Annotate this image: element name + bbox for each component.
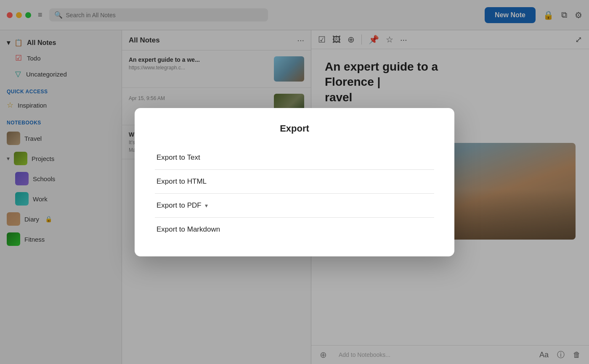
chevron-down-icon: ▾: [205, 202, 208, 209]
export-to-pdf-option[interactable]: Export to PDF ▾: [155, 194, 434, 218]
export-markdown-label: Export to Markdown: [157, 225, 220, 234]
export-text-label: Export to Text: [157, 153, 200, 162]
export-pdf-label: Export to PDF: [157, 201, 202, 210]
export-to-text-option[interactable]: Export to Text: [155, 146, 434, 170]
export-to-html-option[interactable]: Export to HTML: [155, 170, 434, 194]
export-modal-title: Export: [155, 123, 434, 134]
export-html-label: Export to HTML: [157, 177, 207, 186]
export-modal: Export Export to Text Export to HTML Exp…: [135, 108, 454, 256]
export-to-markdown-option[interactable]: Export to Markdown: [155, 218, 434, 241]
modal-overlay[interactable]: Export Export to Text Export to HTML Exp…: [0, 0, 589, 364]
